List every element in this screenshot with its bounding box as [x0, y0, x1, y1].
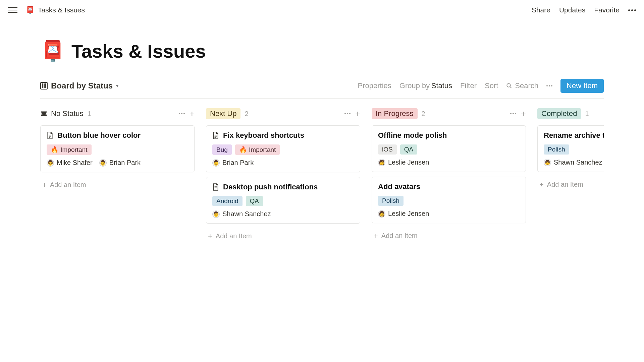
menu-toggle[interactable] — [8, 5, 17, 15]
card[interactable]: Rename archive to trash Polish 👨 Shawn S… — [537, 125, 604, 172]
assignee-name: Shawn Sanchez — [554, 159, 602, 166]
svg-line-1 — [510, 86, 512, 88]
column-more-button[interactable] — [344, 113, 351, 114]
column-more-button[interactable] — [510, 113, 516, 114]
column-no_status: No Status 1 + Button blue hover color 🔥 … — [40, 108, 195, 244]
plus-icon: + — [374, 232, 378, 240]
column-label[interactable]: Completed — [537, 108, 581, 119]
group-by-control[interactable]: Group by Status — [399, 81, 452, 90]
column-count: 2 — [245, 110, 248, 118]
column-count: 2 — [422, 110, 425, 118]
avatar: 👨 — [212, 210, 220, 218]
card[interactable]: Fix keyboard shortcuts Bug🔥 Important 👨 … — [206, 125, 360, 172]
card-title: Fix keyboard shortcuts — [223, 131, 304, 140]
card-assignee: 👩 Leslie Jensen — [378, 159, 429, 166]
assignee-name: Shawn Sanchez — [222, 210, 271, 218]
column-label[interactable]: In Progress — [372, 108, 418, 119]
card-tag: Polish — [544, 144, 569, 155]
card-assignee: 👨 Brian Park — [99, 159, 141, 167]
assignee-name: Leslie Jensen — [388, 159, 429, 166]
card-title: Add avatars — [378, 182, 420, 191]
page-title[interactable]: Tasks & Issues — [71, 40, 206, 62]
sort-button[interactable]: Sort — [485, 81, 498, 90]
card-tag: Polish — [378, 196, 404, 206]
plus-icon: + — [208, 233, 212, 240]
card-tag: 🔥 Important — [47, 144, 92, 155]
column-add-button[interactable]: + — [190, 109, 195, 118]
board-view-icon — [40, 82, 48, 89]
column-count: 1 — [585, 110, 589, 118]
add-item-button[interactable]: +Add an Item — [40, 177, 195, 193]
svg-point-0 — [507, 83, 511, 87]
card-assignee: 👨 Brian Park — [212, 159, 254, 167]
view-selector[interactable]: Board by Status ▾ — [40, 81, 118, 90]
assignee-name: Leslie Jensen — [388, 210, 429, 218]
group-by-value: Status — [431, 81, 452, 90]
search-button[interactable]: Search — [506, 81, 538, 90]
share-button[interactable]: Share — [532, 6, 550, 14]
inbox-icon — [40, 110, 48, 117]
card[interactable]: Offline mode polish iOSQA 👩 Leslie Jense… — [372, 125, 526, 172]
column-in_progress: In Progress 2 + Offline mode polish iOSQ… — [372, 108, 526, 244]
avatar: 👩 — [378, 210, 385, 218]
svg-rect-2 — [41, 115, 47, 116]
column-completed: Completed 1 + Rename archive to trash Po… — [537, 108, 604, 244]
column-count: 1 — [88, 110, 91, 118]
page-icon[interactable]: 📮 — [40, 41, 65, 61]
card-assignee: 👨 Shawn Sanchez — [544, 159, 602, 166]
card-tag: QA — [246, 196, 263, 206]
filter-button[interactable]: Filter — [460, 81, 477, 90]
avatar: 👨 — [99, 159, 107, 167]
more-actions-button[interactable] — [628, 9, 636, 11]
assignee-name: Brian Park — [109, 159, 141, 167]
card-tag: 🔥 Important — [235, 144, 280, 155]
column-label[interactable]: Next Up — [206, 108, 240, 119]
column-label[interactable]: No Status — [40, 109, 84, 118]
new-item-button[interactable]: New Item — [560, 79, 604, 93]
plus-icon: + — [539, 181, 544, 188]
column-add-button[interactable]: + — [355, 109, 360, 118]
assignee-name: Mike Shafer — [57, 159, 93, 167]
search-icon — [506, 83, 512, 89]
card-assignee: 👨 Mike Shafer — [47, 159, 93, 167]
add-item-button[interactable]: +Add an Item — [372, 228, 526, 244]
avatar: 👩 — [378, 159, 385, 166]
column-more-button[interactable] — [179, 113, 185, 114]
avatar: 👨 — [544, 159, 551, 166]
card-assignee: 👨 Shawn Sanchez — [212, 210, 271, 218]
avatar: 👨 — [212, 159, 220, 167]
search-label: Search — [515, 81, 538, 90]
card-title: Desktop push notifications — [223, 183, 318, 191]
card-title: Button blue hover color — [57, 131, 141, 140]
avatar: 👨 — [47, 159, 54, 167]
favorite-button[interactable]: Favorite — [594, 6, 620, 14]
document-icon — [212, 183, 219, 191]
breadcrumb-icon: 📮 — [25, 6, 35, 14]
breadcrumb-title[interactable]: Tasks & Issues — [38, 6, 85, 14]
card[interactable]: Add avatars Polish 👩 Leslie Jensen — [372, 177, 526, 223]
card-tag: Bug — [212, 144, 232, 155]
document-icon — [212, 131, 219, 139]
column-add-button[interactable]: + — [521, 109, 526, 118]
card-tag: iOS — [378, 144, 397, 155]
card[interactable]: Button blue hover color 🔥 Important 👨 Mi… — [40, 125, 195, 172]
properties-button[interactable]: Properties — [358, 81, 391, 90]
view-name: Board by Status — [51, 81, 113, 90]
add-item-button[interactable]: +Add an Item — [537, 177, 604, 192]
group-by-label: Group by — [399, 81, 430, 90]
plus-icon: + — [42, 181, 47, 189]
card-title: Rename archive to trash — [544, 131, 604, 140]
card-tag: QA — [400, 144, 417, 155]
assignee-name: Brian Park — [222, 159, 254, 167]
card[interactable]: Desktop push notifications AndroidQA 👨 S… — [206, 177, 360, 224]
card-assignee: 👩 Leslie Jensen — [378, 210, 429, 218]
add-item-button[interactable]: +Add an Item — [206, 228, 360, 244]
card-title: Offline mode polish — [378, 131, 447, 140]
updates-button[interactable]: Updates — [559, 6, 585, 14]
toolbar-more-button[interactable] — [546, 85, 552, 86]
card-tag: Android — [212, 196, 243, 206]
column-next_up: Next Up 2 + Fix keyboard shortcuts Bug🔥 … — [206, 108, 360, 244]
document-icon — [47, 131, 53, 139]
chevron-down-icon: ▾ — [116, 83, 118, 88]
